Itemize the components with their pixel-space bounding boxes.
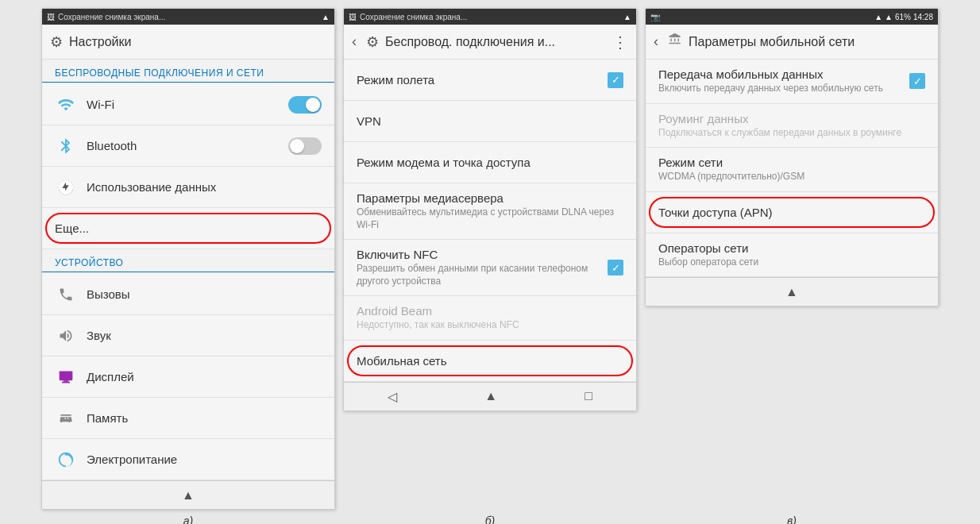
mobile-data-item[interactable]: Передача мобильных данных Включить перед… <box>646 60 938 104</box>
sound-item[interactable]: Звук <box>42 315 334 356</box>
mobile-data-sublabel: Включить передачу данных через мобильную… <box>658 83 909 95</box>
android-beam-sublabel: Недоступно, так как выключена NFC <box>357 319 623 332</box>
more-label: Еще... <box>55 222 322 235</box>
section-wireless-header: БЕСПРОВОДНЫЕ ПОДКЛЮЧЕНИЯ И СЕТИ <box>42 60 334 83</box>
back-button-b[interactable]: ‹ <box>352 33 357 50</box>
nav-recent-b[interactable]: □ <box>585 389 592 403</box>
android-beam-item: Android Beam Недоступно, так как выключе… <box>344 296 636 341</box>
calls-label: Вызовы <box>87 287 322 301</box>
mobile-network-label: Мобильная сеть <box>357 354 623 368</box>
calls-item[interactable]: Вызовы <box>42 274 334 315</box>
bluetooth-label: Bluetooth <box>87 139 288 152</box>
nav-home-b[interactable]: ▲ <box>484 389 497 403</box>
wifi-icon <box>55 94 77 116</box>
status-bar-a: 🖼 Сохранение снимка экрана... ▲ <box>42 9 334 25</box>
settings-content-b: Режим полета VPN Режим модема и точка до… <box>344 60 636 382</box>
screenshot-icon-a: 🖼 <box>47 13 55 21</box>
panel-b: 🖼 Сохранение снимка экрана... ▲ ‹ ⚙ Бесп… <box>343 8 637 411</box>
signal-icon-c: ▲ <box>874 13 882 21</box>
status-title-a: Сохранение снимка экрана... <box>58 13 165 21</box>
app-bar-b: ‹ ⚙ Беспровод. подключения и... ⋮ <box>344 25 636 60</box>
svg-rect-2 <box>64 380 69 382</box>
time-c: 14:28 <box>913 13 933 21</box>
data-usage-item[interactable]: Использование данных <box>42 167 334 208</box>
label-a: а) <box>41 514 335 524</box>
wifi-toggle[interactable] <box>288 96 322 114</box>
app-title-c: Параметры мобильной сети <box>689 35 855 49</box>
network-operators-label: Операторы сети <box>658 241 925 255</box>
data-roaming-label: Роуминг данных <box>658 112 925 125</box>
power-icon <box>55 449 77 471</box>
tethering-label: Режим модема и точка доступа <box>357 156 623 169</box>
app-bar-a: ⚙ Настройки <box>42 25 334 60</box>
apn-item[interactable]: Точки доступа (APN) <box>646 192 938 233</box>
app-title-b: Беспровод. подключения и... <box>385 35 555 49</box>
airplane-checkbox[interactable] <box>608 72 623 88</box>
power-label: Электропитание <box>87 453 322 466</box>
svg-rect-1 <box>60 371 73 380</box>
tethering-item[interactable]: Режим модема и точка доступа <box>344 142 636 183</box>
mediaserver-sublabel: Обменивайтесь мультимедиа с устройствами… <box>357 206 623 231</box>
mobile-icon-c <box>668 33 682 51</box>
storage-label: Память <box>87 411 322 425</box>
app-title-a: Настройки <box>69 35 131 49</box>
settings-content-c: Передача мобильных данных Включить перед… <box>646 60 938 277</box>
display-label: Дисплей <box>87 370 322 383</box>
airplane-item[interactable]: Режим полета <box>344 60 636 101</box>
mediaserver-label: Параметры медиасервера <box>357 191 623 205</box>
section-device-header: УСТРОЙСТВО <box>42 249 334 272</box>
svg-rect-3 <box>62 381 70 383</box>
wifi-item[interactable]: Wi-Fi <box>42 84 334 125</box>
storage-item[interactable]: Память <box>42 398 334 439</box>
status-bar-c: 📷 ▲ ▲ 61% 14:28 <box>646 9 938 25</box>
panel-c: 📷 ▲ ▲ 61% 14:28 ‹ Параметры мобильной се… <box>645 8 939 306</box>
network-mode-sublabel: WCDMA (предпочтительно)/GSM <box>658 171 925 183</box>
battery-c: 61% <box>895 13 911 21</box>
data-roaming-sublabel: Подключаться к службам передачи данных в… <box>658 127 925 140</box>
network-mode-label: Режим сети <box>658 156 925 169</box>
more-item[interactable]: Еще... <box>42 208 334 249</box>
mobile-data-checkbox[interactable] <box>909 73 925 89</box>
nav-up-c[interactable]: ▲ <box>785 285 798 299</box>
mobile-data-label: Передача мобильных данных <box>658 67 909 81</box>
settings-content-a: БЕСПРОВОДНЫЕ ПОДКЛЮЧЕНИЯ И СЕТИ Wi-Fi <box>42 60 334 480</box>
data-roaming-item: Роуминг данных Подключаться к службам пе… <box>646 104 938 148</box>
mobile-network-item[interactable]: Мобильная сеть <box>344 341 636 382</box>
data-icon <box>55 176 77 198</box>
sound-label: Звук <box>87 329 322 342</box>
network-operators-item[interactable]: Операторы сети Выбор оператора сети <box>646 233 938 278</box>
nfc-item[interactable]: Включить NFC Разрешить обмен данными при… <box>344 240 636 296</box>
android-beam-label: Android Beam <box>357 304 623 318</box>
nfc-label: Включить NFC <box>357 248 608 261</box>
bluetooth-toggle[interactable] <box>288 137 322 155</box>
wifi-label: Wi-Fi <box>87 98 288 111</box>
back-button-c[interactable]: ‹ <box>654 33 658 50</box>
app-bar-c: ‹ Параметры мобильной сети <box>646 25 938 60</box>
status-title-b: Сохранение снимка экрана... <box>360 13 467 21</box>
nfc-checkbox[interactable] <box>608 260 623 275</box>
menu-button-b[interactable]: ⋮ <box>612 33 628 52</box>
nav-back-b[interactable]: ◁ <box>388 389 397 404</box>
nfc-sublabel: Разрешить обмен данными при касании теле… <box>357 263 608 287</box>
labels-row: а) б) в) <box>0 510 980 524</box>
power-item[interactable]: Электропитание <box>42 439 334 480</box>
display-icon <box>55 366 77 388</box>
wifi-icon-c: ▲ <box>885 13 893 21</box>
screenshot-icon-b: 🖼 <box>349 13 357 21</box>
network-mode-item[interactable]: Режим сети WCDMA (предпочтительно)/GSM <box>646 148 938 192</box>
settings-icon-b: ⚙ <box>366 33 379 51</box>
sound-icon <box>55 325 77 347</box>
calls-icon <box>55 283 77 306</box>
display-item[interactable]: Дисплей <box>42 356 334 398</box>
mediaserver-item[interactable]: Параметры медиасервера Обменивайтесь мул… <box>344 183 636 240</box>
bottom-bar-c: ▲ <box>646 277 938 306</box>
label-c: в) <box>645 514 939 524</box>
bluetooth-item[interactable]: Bluetooth <box>42 125 334 167</box>
settings-icon-a: ⚙ <box>50 33 63 51</box>
apn-label: Точки доступа (APN) <box>658 206 925 219</box>
vpn-label: VPN <box>357 114 623 128</box>
nav-back-a[interactable]: ▲ <box>182 488 195 503</box>
vpn-item[interactable]: VPN <box>344 101 636 142</box>
bottom-bar-a: ▲ <box>42 480 334 509</box>
network-operators-sublabel: Выбор оператора сети <box>658 256 925 269</box>
